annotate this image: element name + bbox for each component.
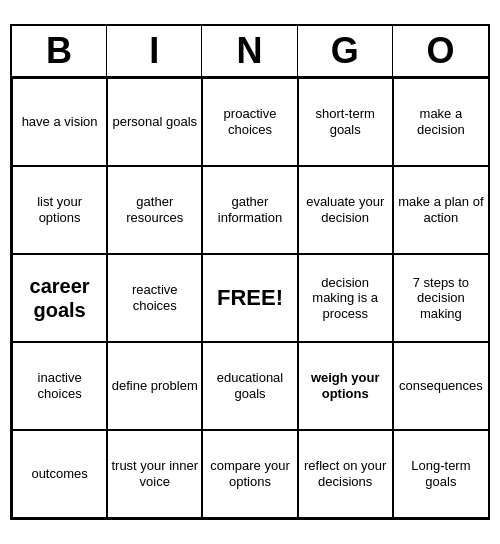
bingo-cell: reflect on your decisions: [298, 430, 393, 518]
bingo-cell: Long-term goals: [393, 430, 488, 518]
bingo-cell: gather information: [202, 166, 297, 254]
header-letter: I: [107, 26, 202, 76]
bingo-cell: list your options: [12, 166, 107, 254]
bingo-cell: personal goals: [107, 78, 202, 166]
bingo-cell: inactive choices: [12, 342, 107, 430]
header-letter: G: [298, 26, 393, 76]
bingo-cell: decision making is a process: [298, 254, 393, 342]
bingo-card: BINGO have a visionpersonal goalsproacti…: [10, 24, 490, 520]
bingo-cell: evaluate your decision: [298, 166, 393, 254]
bingo-cell: define problem: [107, 342, 202, 430]
bingo-cell: reactive choices: [107, 254, 202, 342]
bingo-cell: educational goals: [202, 342, 297, 430]
bingo-cell: proactive choices: [202, 78, 297, 166]
bingo-cell: gather resources: [107, 166, 202, 254]
bingo-cell: make a plan of action: [393, 166, 488, 254]
bingo-cell: 7 steps to decision making: [393, 254, 488, 342]
bingo-cell: consequences: [393, 342, 488, 430]
bingo-cell: FREE!: [202, 254, 297, 342]
bingo-cell: compare your options: [202, 430, 297, 518]
bingo-cell: outcomes: [12, 430, 107, 518]
bingo-cell: weigh your options: [298, 342, 393, 430]
bingo-grid: have a visionpersonal goalsproactive cho…: [12, 78, 488, 518]
header-letter: O: [393, 26, 488, 76]
bingo-cell: short-term goals: [298, 78, 393, 166]
bingo-cell: trust your inner voice: [107, 430, 202, 518]
bingo-cell: career goals: [12, 254, 107, 342]
header-letter: N: [202, 26, 297, 76]
bingo-header: BINGO: [12, 26, 488, 78]
header-letter: B: [12, 26, 107, 76]
bingo-cell: make a decision: [393, 78, 488, 166]
bingo-cell: have a vision: [12, 78, 107, 166]
